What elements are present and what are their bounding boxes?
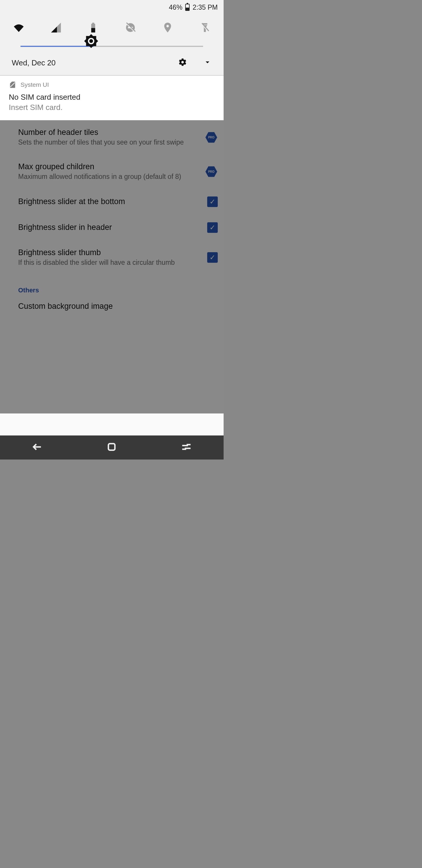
screen: 46% 2:35 PM [0,0,224,460]
navigation-bar [0,435,224,460]
quick-settings-panel: Wed, Dec 20 [0,15,224,76]
qs-date[interactable]: Wed, Dec 20 [12,58,56,67]
svg-rect-2 [92,23,94,24]
wifi-icon [13,22,25,33]
notification-text: Insert SIM card. [9,103,215,112]
clock: 2:35 PM [193,3,218,11]
qs-flashlight-tile[interactable] [198,21,212,35]
sim-icon [9,81,17,89]
gear-icon [178,58,187,67]
flashlight-icon [199,22,211,33]
notification-title: No SIM card inserted [9,93,215,102]
status-bar: 46% 2:35 PM [0,0,224,15]
svg-point-13 [89,39,93,43]
quick-settings-tiles [9,19,215,40]
svg-point-7 [166,25,169,27]
do-not-disturb-icon [125,22,136,33]
dim-overlay[interactable] [0,120,224,413]
brightness-icon [84,33,99,49]
battery-icon [185,4,190,11]
svg-rect-15 [108,444,115,450]
qs-battery-tile[interactable] [86,21,100,35]
nav-home-button[interactable] [106,441,117,454]
qs-cellular-tile[interactable] [49,21,63,35]
cellular-icon [50,22,62,33]
svg-rect-1 [91,28,95,33]
back-icon [32,441,43,453]
location-icon [162,22,173,33]
home-icon [106,441,117,453]
chevron-down-icon [203,58,212,67]
settings-background: Number of header tiles Sets the number o… [0,120,224,413]
expand-button[interactable] [203,58,212,68]
notification-app-name: System UI [21,81,49,88]
settings-button[interactable] [178,58,187,68]
nav-back-button[interactable] [32,441,43,454]
recents-icon [181,441,192,453]
notification-card[interactable]: System UI No SIM card inserted Insert SI… [0,76,224,120]
nav-recents-button[interactable] [181,441,192,454]
qs-wifi-tile[interactable] [12,21,26,35]
battery-percent: 46% [169,3,182,11]
brightness-slider[interactable] [9,40,215,51]
notification-app-row: System UI [9,81,215,89]
battery-tile-icon [87,22,99,33]
qs-location-tile[interactable] [161,21,175,35]
qs-dnd-tile[interactable] [123,21,137,35]
quick-settings-footer: Wed, Dec 20 [9,51,215,68]
brightness-thumb[interactable] [84,33,99,49]
